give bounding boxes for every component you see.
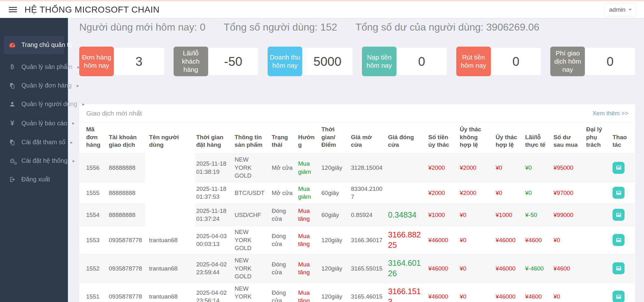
sidebar-item-3[interactable]: Quản lý đơn hàng▸ <box>4 78 64 93</box>
cell-account: 88888888 <box>106 154 147 182</box>
cell-real-profit: ¥0 <box>523 182 551 204</box>
cell-order-time: 2025-04-02 23:59:44 <box>194 254 232 282</box>
stat-item: Tổng số người dùng: 152 <box>224 21 337 33</box>
cell-invalid-entrust: ¥2000 <box>457 182 493 204</box>
topbar: HỆ THỐNG MICROSOFT CHAIN admin <box>0 1 644 18</box>
cell-order-id: 1556 <box>79 154 106 182</box>
caret-down-icon <box>629 9 632 11</box>
stat-card-label: Đơn hàng hôm nay <box>79 47 114 76</box>
sidebar-item-6[interactable]: Cài đặt tham số▸ <box>4 134 64 150</box>
column-header: Thao tác <box>610 123 635 154</box>
yen-icon: ¥ <box>8 119 16 127</box>
main-content: Người dùng mới hôm nay: 0Tổng số người d… <box>68 1 644 302</box>
chevron-right-icon: ▸ <box>73 158 75 164</box>
order-detail-button[interactable] <box>613 262 625 274</box>
order-detail-button[interactable] <box>613 291 625 302</box>
dashboard-icon <box>8 42 16 48</box>
stats-summary: Người dùng mới hôm nay: 0Tổng số người d… <box>79 21 635 33</box>
sidebar-item-1[interactable]: Trang chủ quản trị <box>4 36 64 54</box>
cell-account: 0935878778 <box>106 282 147 302</box>
sidebar-item-7[interactable]: ⚙⚙Cài đặt hệ thống▸ <box>4 153 64 168</box>
column-header: Tên người dùng <box>147 123 194 154</box>
panel-title: Giao dịch mới nhất <box>86 110 142 117</box>
column-header: Ủy thác hợp lệ <box>493 123 523 154</box>
cell-real-profit: ¥-50 <box>523 204 551 226</box>
sidebar-item-8[interactable]: Đăng xuất <box>4 172 64 187</box>
cell-status: Mở cửa <box>269 154 296 182</box>
stat-item: Người dùng mới hôm nay: 0 <box>79 21 205 33</box>
cell-order-time: 2025-11-18 01:37:24 <box>194 204 232 226</box>
cell-real-profit: ¥0 <box>523 154 551 182</box>
user-icon <box>8 101 16 107</box>
cell-order-id: 1554 <box>79 204 106 226</box>
sidebar-item-label: Quản lý báo cáo <box>21 120 67 127</box>
stat-card-value: 5000 <box>302 48 353 75</box>
column-header: Số dư sau mua <box>551 123 584 154</box>
app-title: HỆ THỐNG MICROSOFT CHAIN <box>25 5 159 15</box>
sidebar-item-5[interactable]: ¥Quản lý báo cáo▸ <box>4 115 64 131</box>
gears-icon: ⚙⚙ <box>8 158 16 164</box>
order-detail-button[interactable] <box>613 234 625 246</box>
cell-account: 88888888 <box>106 182 147 204</box>
cell-valid-entrust: ¥1000 <box>493 204 523 226</box>
cell-direction: Mua tăng <box>296 254 319 282</box>
cell-balance-after: ¥99000 <box>551 204 584 226</box>
cell-entrust-amount: ¥2000 <box>426 182 457 204</box>
chevron-right-icon: ▸ <box>70 140 73 145</box>
view-more-link[interactable]: Xem thêm >> <box>592 110 628 117</box>
menu-toggle-button[interactable] <box>8 6 18 14</box>
sidebar-item-2[interactable]: Quản lý sản phẩm▸ <box>4 59 64 75</box>
cell-order-id: 1553 <box>79 226 106 254</box>
cell-order-id: 1555 <box>79 182 106 204</box>
cell-real-profit: ¥4600 <box>523 226 551 254</box>
cell-duration: 60giây <box>319 204 348 226</box>
cell-status: Đóng cửa <box>269 254 296 282</box>
cell-direction: Mua giảm <box>296 182 319 204</box>
order-detail-button[interactable] <box>613 209 625 221</box>
column-header: Mã đơn hàng <box>79 123 106 154</box>
cell-entrust-amount: ¥1000 <box>426 204 457 226</box>
user-menu-button[interactable]: admin <box>604 3 636 16</box>
sidebar-item-label: Đăng xuất <box>21 176 50 183</box>
sidebar-item-4[interactable]: Quản lý người dùng▸ <box>4 96 64 112</box>
files-icon <box>8 83 16 89</box>
order-detail-button[interactable] <box>613 187 625 199</box>
sidebar-item-label: Cài đặt tham số <box>21 139 65 146</box>
column-header: Giá đóng cửa <box>386 123 426 154</box>
column-header: Thông tin sản phẩm <box>232 123 269 154</box>
sidebar: Trang chủ quản trịQuản lý sản phẩm▸Quản … <box>0 18 68 302</box>
cell-open-price: 3128.15004 <box>348 154 386 182</box>
cell-order-time: 2025-11-18 01:37:53 <box>194 182 232 204</box>
cell-valid-entrust: ¥46000 <box>493 282 523 302</box>
cell-action <box>610 226 635 254</box>
order-detail-button[interactable] <box>613 162 625 174</box>
cell-entrust-amount: ¥2000 <box>426 154 457 182</box>
cell-product: NEW YORK GOLD <box>232 154 269 182</box>
stat-card-label: Rút tiền hôm nay <box>456 47 491 76</box>
stat-card-value: 0 <box>397 48 447 75</box>
cell-action <box>610 204 635 226</box>
cell-close-price: 3166.88225 <box>386 226 426 254</box>
cell-username: trantuan68 <box>147 226 194 254</box>
latest-transactions-panel: Giao dịch mới nhất Xem thêm >> Mã đơn hà… <box>79 104 635 302</box>
cell-balance-after: ¥0 <box>551 282 584 302</box>
cell-account: 0935878778 <box>106 254 147 282</box>
cell-status: Đóng cửa <box>269 282 296 302</box>
stat-card-label: Lãi/lỗ khách hàng <box>174 47 208 77</box>
cell-order-id: 1551 <box>79 282 106 302</box>
column-header: Số tiền ủy thác <box>426 123 457 154</box>
cell-open-price: 3165.55015 <box>348 254 386 282</box>
table-row: 1556888888882025-11-18 01:38:19NEW YORK … <box>79 154 635 182</box>
cell-balance-after: ¥95000 <box>551 154 584 182</box>
cell-invalid-entrust: ¥0 <box>457 226 493 254</box>
cell-invalid-entrust: ¥0 <box>457 254 493 282</box>
column-header: Tài khoản giao dịch <box>106 123 147 154</box>
cell-open-price: 83304.21007 <box>348 182 386 204</box>
cell-action <box>610 254 635 282</box>
chevron-right-icon: ▸ <box>72 120 75 126</box>
cell-open-price: 0.85924 <box>348 204 386 226</box>
column-header: Lãi/lỗ thực tế <box>523 123 551 154</box>
stat-card-label: Phí giao dịch hôm nay <box>550 47 585 77</box>
cell-status: Đóng cửa <box>269 226 296 254</box>
cell-close-price: 0.34834 <box>386 204 426 226</box>
